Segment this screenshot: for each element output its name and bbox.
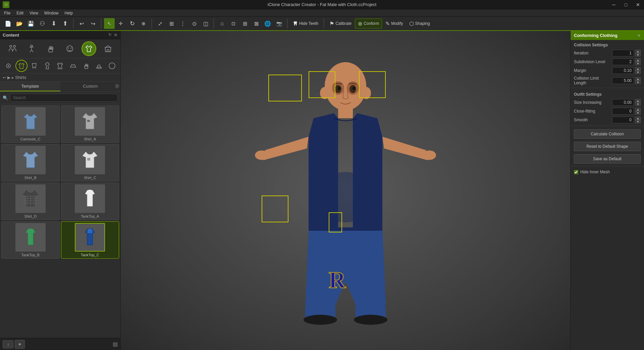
nav-expand-icon[interactable]: ▸ [12,75,14,80]
grid-button[interactable]: ⋮ [177,18,188,29]
sym-button[interactable]: ⊞ [166,18,177,29]
conform-button[interactable]: ⊛ Conform [355,18,382,29]
refresh-icon[interactable]: ↻ [108,32,112,38]
new-button[interactable]: 📄 [3,18,13,29]
list-item[interactable]: TankTop_A [61,183,119,220]
dress-sub-icon[interactable] [41,60,53,72]
move-button[interactable]: ⊕ [138,18,149,29]
smooth-input[interactable] [612,117,634,123]
collision-limit-input[interactable] [612,77,634,84]
minimize-button[interactable]: ─ [608,0,620,9]
conform-panel-close[interactable]: ✕ [637,33,641,38]
globe-button[interactable]: 🌐 [262,18,273,29]
fit-button[interactable]: ⊡ [228,18,239,29]
redo-button[interactable]: ↪ [88,18,98,29]
face-icon[interactable] [62,41,77,56]
margin-input[interactable] [612,67,634,74]
accessory-sub-icon[interactable] [2,60,14,72]
sym2-button[interactable]: ⊠ [251,18,262,29]
list-item[interactable]: Shirt_B [1,144,60,181]
options-icon[interactable]: ▤ [113,341,118,347]
close-button[interactable]: ✕ [632,0,644,9]
search-input[interactable] [10,94,118,102]
iteration-input[interactable] [612,50,634,56]
custom-tab[interactable]: Custom [60,82,121,91]
list-item[interactable]: TankTop_C [61,221,119,259]
collision-limit-up[interactable]: ▲ [635,77,641,81]
transform-button[interactable]: ✛ [115,18,126,29]
save-as-default-button[interactable]: Save as Default [574,154,641,164]
hand-icon[interactable] [43,41,58,56]
bottom-sub-icon[interactable] [28,60,40,72]
motion-icon[interactable] [24,41,39,56]
subdivision-down[interactable]: ▼ [635,62,641,65]
add-item-button[interactable]: + [15,340,25,349]
move2-button[interactable]: ⤢ [155,18,165,29]
export-button[interactable]: ⬆ [60,18,70,29]
hat-sub-icon[interactable] [93,60,105,72]
cam-button[interactable]: ⊙ [189,18,200,29]
hide-inner-mesh-checkbox[interactable] [574,170,578,174]
iteration-down[interactable]: ▼ [635,53,641,56]
svg-point-45 [362,87,371,99]
save-button[interactable]: 💾 [25,18,36,29]
menu-help[interactable]: Help [62,10,76,16]
cam2-button[interactable]: ◫ [200,18,211,29]
home-button[interactable]: ⌂ [217,18,227,29]
grid2-button[interactable]: ⊞ [239,18,250,29]
calculate-collision-button[interactable]: Calculate Collision [574,129,641,139]
people-icon[interactable] [5,41,20,56]
other-sub-icon[interactable] [106,60,118,72]
select-button[interactable]: ↖ [104,18,115,29]
undo-button[interactable]: ↩ [76,18,87,29]
room-icon[interactable] [101,41,115,56]
subdivision-up[interactable]: ▲ [635,58,641,62]
close-fitting-up[interactable]: ▲ [635,108,641,111]
menu-window[interactable]: Window [42,10,61,16]
list-item[interactable]: Camisole_C [1,105,60,143]
size-increasing-up[interactable]: ▲ [635,99,641,102]
list-item[interactable]: TankTop_B [1,221,60,259]
tab-collapse-icon[interactable]: ◎ [115,83,119,88]
maximize-button[interactable]: □ [620,0,632,9]
list-item[interactable]: Shirt_A [61,105,119,143]
size-increasing-input[interactable] [612,99,634,106]
import-button[interactable]: ⬇ [48,18,59,29]
menu-file[interactable]: File [1,10,13,16]
iteration-up[interactable]: ▲ [635,50,641,53]
collision-limit-down[interactable]: ▼ [635,81,641,84]
calibrate-button[interactable]: ⚑ Calibrate [327,18,354,29]
shaping-button[interactable]: ⬡ Shaping [407,18,433,29]
margin-down[interactable]: ▼ [635,71,641,74]
smooth-down[interactable]: ▼ [635,120,641,123]
profile-button[interactable]: ⚇ [37,18,48,29]
top-sub-icon[interactable] [15,60,28,72]
subdivision-input[interactable] [612,58,634,65]
close-fitting-input[interactable] [612,108,634,115]
size-increasing-down[interactable]: ▼ [635,102,641,106]
modify-button[interactable]: ✎ Modify [383,18,406,29]
viewport[interactable]: R [121,31,570,350]
list-item[interactable]: Shirt_C [61,144,119,181]
fullbody-sub-icon[interactable] [54,60,66,72]
list-item[interactable]: Shirt_D [1,183,60,220]
nav-back-icon[interactable]: ↩ [3,75,6,80]
hide-teeth-button[interactable]: 🦷 Hide Teeth [290,18,321,29]
template-tab[interactable]: Template [0,82,60,91]
reset-default-shape-button[interactable]: Reset to Default Shape [574,142,641,151]
margin-up[interactable]: ▲ [635,67,641,71]
smooth-up[interactable]: ▲ [635,117,641,120]
open-button[interactable]: 📂 [14,18,25,29]
close-fitting-down[interactable]: ▼ [635,111,641,115]
menu-edit[interactable]: Edit [14,10,26,16]
nav-collapse-icon[interactable]: ▶ [7,75,10,80]
grid-row: TankTop_B TankTop_C [1,221,119,259]
shoes-sub-icon[interactable] [67,60,79,72]
cloth-icon[interactable] [82,41,96,56]
rotate-button[interactable]: ↻ [127,18,138,29]
scroll-down-button[interactable]: ↓ [3,340,13,348]
panel-close-icon[interactable]: ✕ [114,32,118,38]
camera-button[interactable]: 📷 [274,18,284,29]
glove-sub-icon[interactable] [80,60,92,72]
menu-view[interactable]: View [27,10,41,16]
